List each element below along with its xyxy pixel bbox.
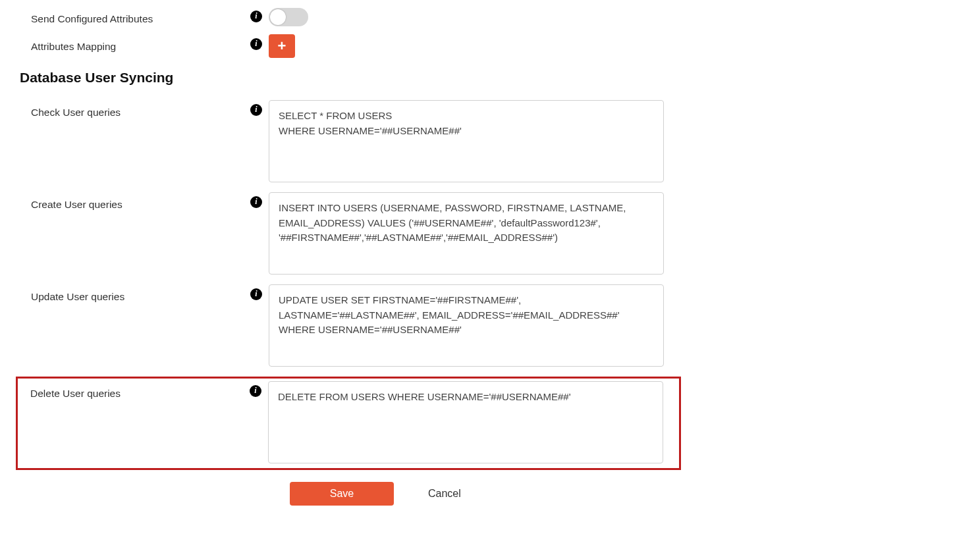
send-configured-attributes-row: Send Configured Attributes i: [20, 7, 960, 26]
attributes-mapping-label: Attributes Mapping: [20, 34, 250, 53]
info-icon[interactable]: i: [250, 38, 262, 50]
delete-user-queries-input[interactable]: [268, 381, 663, 463]
add-attribute-mapping-button[interactable]: +: [269, 34, 295, 58]
info-icon[interactable]: i: [250, 288, 262, 300]
save-button[interactable]: Save: [290, 482, 394, 506]
cancel-button[interactable]: Cancel: [428, 488, 461, 500]
info-icon[interactable]: i: [250, 385, 261, 397]
toggle-knob: [270, 9, 286, 25]
update-user-queries-input[interactable]: [269, 284, 664, 367]
info-icon[interactable]: i: [250, 11, 262, 22]
delete-user-queries-row-highlighted: Delete User queries i: [16, 377, 681, 470]
delete-user-queries-label: Delete User queries: [20, 381, 250, 400]
update-user-queries-row: Update User queries i: [20, 284, 960, 369]
database-user-syncing-heading: Database User Syncing: [20, 70, 960, 86]
info-icon[interactable]: i: [250, 104, 262, 116]
check-user-queries-input[interactable]: [269, 100, 664, 182]
check-user-queries-label: Check User queries: [20, 100, 250, 118]
action-button-row: Save Cancel: [290, 482, 960, 506]
create-user-queries-input[interactable]: [269, 192, 664, 275]
send-configured-attributes-toggle[interactable]: [269, 8, 308, 26]
create-user-queries-row: Create User queries i: [20, 192, 960, 276]
attributes-mapping-row: Attributes Mapping i +: [20, 34, 960, 58]
info-icon[interactable]: i: [250, 196, 262, 208]
send-configured-attributes-label: Send Configured Attributes: [20, 7, 250, 25]
check-user-queries-row: Check User queries i: [20, 100, 960, 184]
create-user-queries-label: Create User queries: [20, 192, 250, 211]
update-user-queries-label: Update User queries: [20, 284, 250, 303]
